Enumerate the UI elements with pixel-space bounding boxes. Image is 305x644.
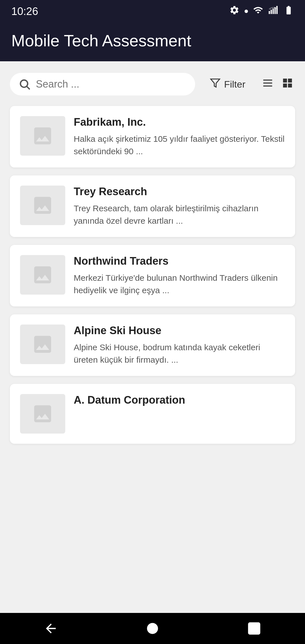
status-icons (229, 5, 294, 18)
search-container (10, 73, 195, 95)
recent-apps-button[interactable] (243, 617, 265, 640)
svg-rect-0 (269, 11, 270, 14)
back-button[interactable] (40, 617, 62, 640)
company-card[interactable]: A. Datum Corporation (10, 384, 295, 444)
company-thumbnail (20, 255, 65, 295)
list-view-icon[interactable] (260, 75, 275, 93)
company-info: Alpine Ski HouseAlpine Ski House, bodrum… (74, 325, 285, 366)
app-header: Mobile Tech Assessment (0, 23, 305, 61)
search-icon (18, 78, 31, 90)
company-card[interactable]: Trey ResearchTrey Research, tam olarak b… (10, 175, 295, 237)
company-description: Halka açık şirketimiz 105 yıldır faaliye… (74, 133, 285, 157)
company-info: Fabrikam, Inc.Halka açık şirketimiz 105 … (74, 116, 285, 157)
company-thumbnail (20, 394, 65, 434)
company-info: A. Datum Corporation (74, 394, 285, 411)
company-description: Merkezi Türkiye'de bulunan Northwind Tra… (74, 272, 285, 296)
company-card[interactable]: Northwind TradersMerkezi Türkiye'de bulu… (10, 245, 295, 306)
settings-icon (229, 5, 239, 18)
company-thumbnail (20, 325, 65, 364)
svg-rect-9 (249, 623, 260, 634)
svg-rect-2 (273, 8, 274, 14)
company-name: Alpine Ski House (74, 325, 285, 337)
svg-line-6 (27, 86, 30, 89)
filter-label: Filter (224, 79, 245, 90)
bottom-nav (0, 613, 305, 644)
company-description: Alpine Ski House, bodrum katında kayak c… (74, 341, 285, 366)
filter-button[interactable]: Filter (202, 73, 253, 96)
home-button[interactable] (141, 617, 164, 640)
company-cards-list: Fabrikam, Inc.Halka açık şirketimiz 105 … (10, 106, 295, 444)
company-name: Northwind Traders (74, 255, 285, 267)
company-card[interactable]: Fabrikam, Inc.Halka açık şirketimiz 105 … (10, 106, 295, 167)
company-info: Northwind TradersMerkezi Türkiye'de bulu… (74, 255, 285, 296)
search-filter-row: Filter (10, 73, 295, 96)
svg-marker-7 (211, 79, 220, 87)
notification-dot (245, 10, 248, 13)
svg-rect-1 (271, 10, 272, 14)
svg-point-5 (20, 80, 28, 87)
svg-point-8 (147, 623, 158, 634)
company-thumbnail (20, 116, 65, 156)
status-bar: 10:26 (0, 0, 305, 23)
company-name: Trey Research (74, 186, 285, 198)
company-info: Trey ResearchTrey Research, tam olarak b… (74, 186, 285, 227)
company-name: Fabrikam, Inc. (74, 116, 285, 128)
filter-icon (210, 78, 221, 91)
company-card[interactable]: Alpine Ski HouseAlpine Ski House, bodrum… (10, 314, 295, 376)
grid-view-icon[interactable] (280, 75, 295, 93)
signal-icon (268, 5, 278, 18)
search-input[interactable] (36, 78, 187, 90)
company-name: A. Datum Corporation (74, 394, 285, 406)
view-toggle (260, 75, 295, 93)
page-title: Mobile Tech Assessment (11, 31, 294, 50)
main-content: Filter Fabrikam, Inc.Halka açık şirketim… (0, 61, 305, 455)
company-description: Trey Research, tam olarak birleştirilmiş… (74, 202, 285, 227)
battery-icon (284, 5, 294, 18)
status-time: 10:26 (11, 5, 38, 18)
wifi-icon (253, 5, 263, 18)
company-thumbnail (20, 186, 65, 225)
svg-rect-3 (274, 7, 276, 14)
svg-rect-4 (276, 6, 278, 14)
